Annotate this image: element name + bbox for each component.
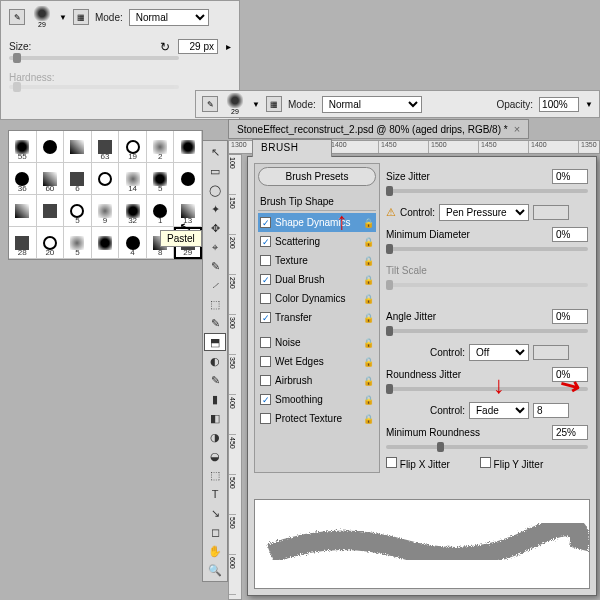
tool-button[interactable]: ✎ bbox=[204, 314, 226, 332]
dropdown-arrow-icon[interactable]: ▼ bbox=[585, 100, 593, 109]
tool-button[interactable]: ⬒ bbox=[204, 333, 226, 351]
brush-preset-cell[interactable]: 5 bbox=[147, 163, 175, 195]
brush-preset-cell[interactable] bbox=[37, 195, 65, 227]
lock-icon[interactable]: 🔒 bbox=[363, 275, 374, 285]
brush-option-texture[interactable]: Texture🔒 bbox=[258, 251, 376, 270]
brush-preview-swatch[interactable]: 29 bbox=[224, 93, 246, 115]
brush-preset-cell[interactable]: 6 bbox=[64, 163, 92, 195]
checkbox[interactable] bbox=[260, 255, 271, 266]
brush-preset-cell[interactable] bbox=[92, 163, 120, 195]
lock-icon[interactable]: 🔒 bbox=[363, 313, 374, 323]
brush-option-dual-brush[interactable]: ✓Dual Brush🔒 bbox=[258, 270, 376, 289]
flyout-arrow-icon[interactable]: ▸ bbox=[226, 41, 231, 52]
brush-preset-cell[interactable]: 4 bbox=[119, 227, 147, 259]
checkbox[interactable]: ✓ bbox=[260, 217, 271, 228]
brush-option-scattering[interactable]: ✓Scattering🔒 bbox=[258, 232, 376, 251]
brush-preset-cell[interactable] bbox=[92, 227, 120, 259]
min-roundness-slider[interactable] bbox=[386, 445, 588, 449]
lock-icon[interactable]: 🔒 bbox=[363, 338, 374, 348]
min-roundness-input[interactable] bbox=[552, 425, 588, 440]
checkbox[interactable] bbox=[260, 293, 271, 304]
brush-presets-button[interactable]: Brush Presets bbox=[258, 167, 376, 186]
min-diameter-slider[interactable] bbox=[386, 247, 588, 251]
lock-icon[interactable]: 🔒 bbox=[363, 376, 374, 386]
brush-preset-cell[interactable] bbox=[174, 131, 202, 163]
size-slider[interactable] bbox=[9, 56, 179, 60]
brush-preset-cell[interactable]: 63 bbox=[92, 131, 120, 163]
tool-button[interactable]: ◯ bbox=[204, 181, 226, 199]
brush-option-airbrush[interactable]: Airbrush🔒 bbox=[258, 371, 376, 390]
angle-jitter-input[interactable] bbox=[552, 309, 588, 324]
tool-button[interactable]: ✋ bbox=[204, 542, 226, 560]
tool-button[interactable]: ⟋ bbox=[204, 276, 226, 294]
angle-control-select[interactable]: Off bbox=[469, 344, 529, 361]
brush-preset-cell[interactable]: 60 bbox=[37, 163, 65, 195]
checkbox[interactable]: ✓ bbox=[260, 236, 271, 247]
size-control-select[interactable]: Pen Pressure bbox=[439, 204, 529, 221]
blend-mode-select[interactable]: Normal bbox=[322, 96, 422, 113]
blend-mode-select[interactable]: Normal bbox=[129, 9, 209, 26]
brush-option-color-dynamics[interactable]: Color Dynamics🔒 bbox=[258, 289, 376, 308]
checkbox[interactable] bbox=[260, 413, 271, 424]
brush-preset-cell[interactable]: 9 bbox=[92, 195, 120, 227]
brush-preset-cell[interactable]: 1 bbox=[147, 195, 175, 227]
angle-jitter-slider[interactable] bbox=[386, 329, 588, 333]
tool-preset-icon[interactable]: ✎ bbox=[9, 9, 25, 25]
tool-button[interactable]: ✥ bbox=[204, 219, 226, 237]
checkbox[interactable]: ✓ bbox=[260, 312, 271, 323]
tool-button[interactable]: ▮ bbox=[204, 390, 226, 408]
brush-preset-cell[interactable]: 14 bbox=[119, 163, 147, 195]
lock-icon[interactable]: 🔒 bbox=[363, 218, 374, 228]
checkbox[interactable]: ✓ bbox=[260, 394, 271, 405]
brush-option-protect-texture[interactable]: Protect Texture🔒 bbox=[258, 409, 376, 428]
tool-button[interactable]: ⬚ bbox=[204, 295, 226, 313]
roundness-jitter-slider[interactable] bbox=[386, 387, 588, 391]
brush-size-input[interactable] bbox=[178, 39, 218, 54]
lock-icon[interactable]: 🔒 bbox=[363, 414, 374, 424]
brush-panel-toggle-icon[interactable]: ▦ bbox=[73, 9, 89, 25]
tool-button[interactable]: ◑ bbox=[204, 428, 226, 446]
tool-button[interactable]: ⬚ bbox=[204, 466, 226, 484]
tool-button[interactable]: ✎ bbox=[204, 257, 226, 275]
size-jitter-slider[interactable] bbox=[386, 189, 588, 193]
flip-x-checkbox[interactable]: Flip X Jitter bbox=[386, 457, 450, 470]
tool-button[interactable]: ▭ bbox=[204, 162, 226, 180]
tool-button[interactable]: ✎ bbox=[204, 371, 226, 389]
brush-option-smoothing[interactable]: ✓Smoothing🔒 bbox=[258, 390, 376, 409]
tool-button[interactable]: ↖ bbox=[204, 143, 226, 161]
lock-icon[interactable]: 🔒 bbox=[363, 237, 374, 247]
opacity-input[interactable] bbox=[539, 97, 579, 112]
tool-button[interactable]: ◧ bbox=[204, 409, 226, 427]
brush-preset-cell[interactable] bbox=[9, 195, 37, 227]
brush-option-noise[interactable]: Noise🔒 bbox=[258, 333, 376, 352]
brush-panel-toggle-icon[interactable]: ▦ bbox=[266, 96, 282, 112]
min-diameter-input[interactable] bbox=[552, 227, 588, 242]
tool-button[interactable]: 🔍 bbox=[204, 561, 226, 579]
tool-button[interactable]: ⌖ bbox=[204, 238, 226, 256]
brush-panel-tab[interactable]: BRUSH bbox=[252, 139, 332, 157]
brush-preset-cell[interactable] bbox=[37, 131, 65, 163]
dropdown-arrow-icon[interactable]: ▼ bbox=[252, 100, 260, 109]
brush-option-transfer[interactable]: ✓Transfer🔒 bbox=[258, 308, 376, 327]
brush-preset-cell[interactable]: 55 bbox=[9, 131, 37, 163]
brush-option-brush-tip-shape[interactable]: Brush Tip Shape bbox=[258, 192, 376, 211]
lock-icon[interactable]: 🔒 bbox=[363, 294, 374, 304]
brush-preview-swatch[interactable]: 29 bbox=[31, 6, 53, 28]
brush-preset-cell[interactable]: 32 bbox=[119, 195, 147, 227]
brush-preset-cell[interactable]: 20 bbox=[37, 227, 65, 259]
brush-preset-cell[interactable]: 19 bbox=[119, 131, 147, 163]
checkbox[interactable] bbox=[260, 356, 271, 367]
flip-y-checkbox[interactable]: Flip Y Jitter bbox=[480, 457, 543, 470]
tool-button[interactable]: ◻ bbox=[204, 523, 226, 541]
checkbox[interactable]: ✓ bbox=[260, 274, 271, 285]
brush-preset-cell[interactable]: 5 bbox=[64, 227, 92, 259]
document-tab[interactable]: StoneEffect_reconstruct_2.psd @ 80% (age… bbox=[228, 119, 529, 139]
roundness-control-select[interactable]: Fade bbox=[469, 402, 529, 419]
lock-icon[interactable]: 🔒 bbox=[363, 256, 374, 266]
tool-button[interactable]: ✦ bbox=[204, 200, 226, 218]
brush-preset-cell[interactable] bbox=[64, 131, 92, 163]
dropdown-arrow-icon[interactable]: ▼ bbox=[59, 13, 67, 22]
tool-button[interactable]: T bbox=[204, 485, 226, 503]
reset-size-icon[interactable]: ↻ bbox=[160, 40, 170, 54]
tool-button[interactable]: ↘ bbox=[204, 504, 226, 522]
